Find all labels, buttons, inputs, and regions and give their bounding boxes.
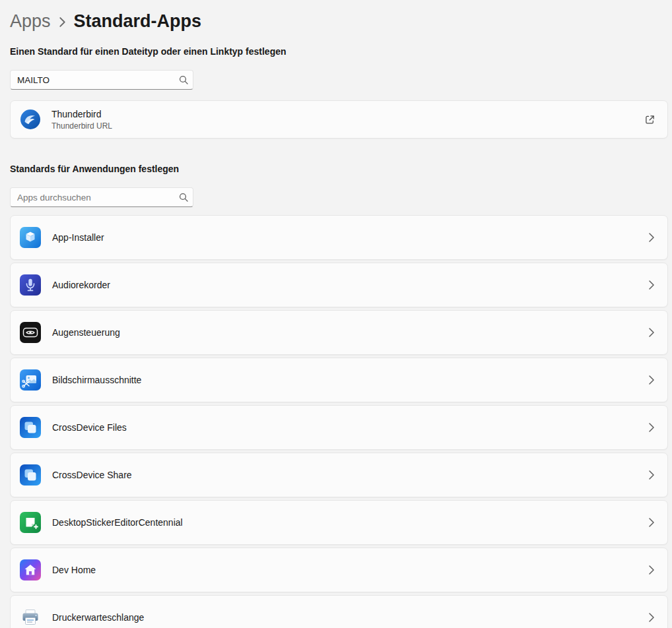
filetype-search-input[interactable]: [10, 70, 193, 90]
apps-search-input[interactable]: [10, 187, 193, 207]
app-row-label: Bildschirmausschnitte: [52, 375, 141, 385]
app-row-dev-home[interactable]: Dev Home: [10, 548, 668, 592]
apps-section-heading: Standards für Anwendungen festlegen: [10, 164, 668, 174]
filetype-search: [10, 70, 193, 90]
open-external-icon[interactable]: [644, 114, 655, 125]
handler-text: Thunderbird Thunderbird URL: [51, 109, 112, 131]
app-row-label: Druckerwarteschlange: [52, 612, 144, 623]
chevron-right-icon: [649, 375, 654, 385]
page-title: Standard-Apps: [74, 11, 202, 32]
app-row-label: CrossDevice Files: [52, 422, 127, 433]
snipping-tool-icon: [20, 369, 41, 391]
breadcrumb-chevron-icon: [59, 16, 66, 28]
chevron-right-icon: [649, 280, 654, 290]
chevron-right-icon: [649, 470, 654, 480]
app-row-audiorekorder[interactable]: Audiorekorder: [10, 263, 668, 307]
mailto-handler-card[interactable]: Thunderbird Thunderbird URL: [10, 100, 668, 139]
app-row-crossdevice-files[interactable]: CrossDevice Files: [10, 405, 668, 450]
crossdevice-files-icon: [20, 417, 41, 438]
thunderbird-logo-icon: [20, 109, 41, 130]
app-row-label: Audiorekorder: [52, 280, 110, 290]
app-row-label: Augensteuerung: [52, 327, 120, 338]
chevron-right-icon: [649, 518, 654, 527]
chevron-right-icon: [649, 613, 654, 622]
breadcrumb-apps-link[interactable]: Apps: [10, 11, 51, 32]
app-row-druckerwarteschlange[interactable]: Druckerwarteschlange: [10, 595, 668, 628]
sticker-editor-icon: [20, 512, 41, 533]
chevron-right-icon: [649, 423, 654, 432]
printer-queue-icon: [20, 607, 41, 628]
app-row-label: CrossDevice Share: [52, 470, 132, 480]
handler-type-label: Thunderbird URL: [51, 121, 112, 131]
chevron-right-icon: [649, 233, 654, 242]
app-row-desktopstickereditorcentennial[interactable]: DesktopStickerEditorCentennial: [10, 500, 668, 545]
handler-app-name: Thunderbird: [51, 109, 112, 119]
breadcrumb: Apps Standard-Apps: [10, 8, 668, 34]
app-row-label: DesktopStickerEditorCentennial: [52, 517, 183, 528]
app-row-crossdevice-share[interactable]: CrossDevice Share: [10, 453, 668, 497]
crossdevice-share-icon: [20, 464, 41, 486]
apps-list: App-Installer Audiorekorder: [10, 215, 668, 628]
app-row-label: Dev Home: [52, 565, 96, 575]
app-row-app-installer[interactable]: App-Installer: [10, 215, 668, 260]
audio-recorder-icon: [20, 274, 41, 296]
dev-home-icon: [20, 559, 41, 581]
app-row-label: App-Installer: [52, 232, 104, 243]
default-apps-page: Apps Standard-Apps Einen Standard für ei…: [0, 0, 672, 628]
chevron-right-icon: [649, 565, 654, 575]
search-icon[interactable]: [179, 75, 188, 84]
app-row-bildschirmausschnitte[interactable]: Bildschirmausschnitte: [10, 358, 668, 402]
search-icon[interactable]: [179, 193, 188, 202]
apps-search: [10, 187, 193, 207]
app-installer-icon: [20, 227, 41, 248]
app-row-augensteuerung[interactable]: Augensteuerung: [10, 310, 668, 355]
filetype-section-heading: Einen Standard für einen Dateityp oder e…: [10, 46, 668, 57]
chevron-right-icon: [649, 328, 654, 337]
eye-control-icon: [20, 322, 41, 343]
